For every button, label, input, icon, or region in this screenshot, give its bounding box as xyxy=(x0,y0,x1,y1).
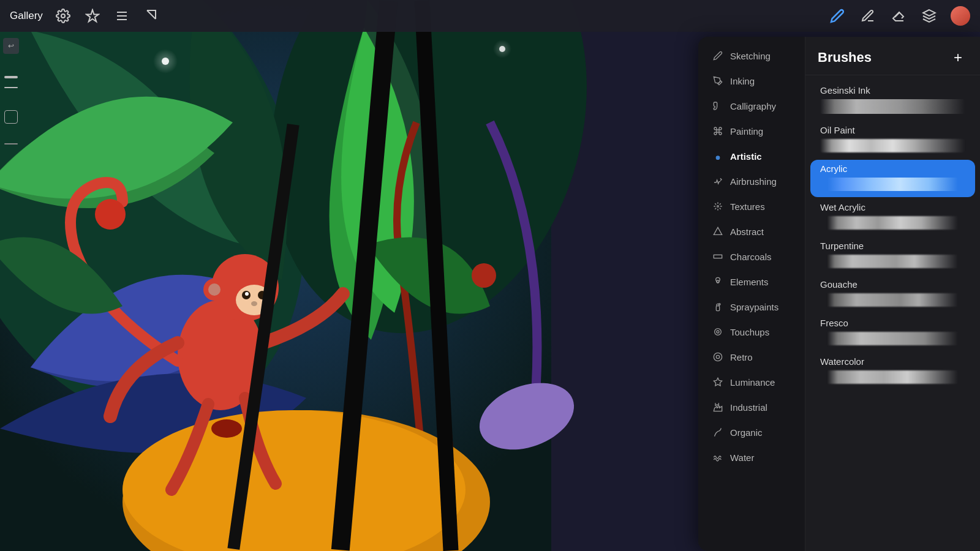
svg-point-35 xyxy=(717,206,719,208)
brush-size-small[interactable] xyxy=(4,87,18,88)
brush-item-fresco[interactable]: Fresco xyxy=(810,314,975,351)
sidebar-item-textures[interactable]: Textures xyxy=(702,194,801,219)
cat-label-retro: Retro xyxy=(730,352,753,362)
sidebar-item-organic[interactable]: Organic xyxy=(702,420,801,444)
brush-name-watercolor: Watercolor xyxy=(820,356,965,367)
brush-preview-fresco xyxy=(820,332,965,345)
sidebar-item-inking[interactable]: Inking xyxy=(702,69,801,93)
settings-tool[interactable] xyxy=(54,7,72,25)
sidebar-item-industrial[interactable]: Industrial xyxy=(702,395,801,419)
svg-point-24 xyxy=(251,301,257,306)
brush-item-watercolor[interactable]: Watercolor xyxy=(810,353,975,390)
svg-point-11 xyxy=(153,49,178,73)
brush-item-oil-paint[interactable]: Oil Paint xyxy=(810,121,975,159)
svg-rect-39 xyxy=(716,306,719,311)
svg-marker-6 xyxy=(923,10,935,16)
category-list: Sketching Inking Calligraphy Painting Ar… xyxy=(698,37,805,551)
cat-label-artistic: Artistic xyxy=(730,151,762,162)
sidebar-item-water[interactable]: Water xyxy=(702,445,801,470)
cat-icon-inking xyxy=(712,75,724,87)
layers-tool[interactable] xyxy=(920,7,938,25)
sidebar-item-luminance[interactable]: Luminance xyxy=(702,370,801,394)
cat-label-sketching: Sketching xyxy=(730,51,771,61)
svg-point-29 xyxy=(95,199,126,230)
brush-size-large[interactable] xyxy=(4,76,18,78)
cat-label-airbrushing: Airbrushing xyxy=(730,176,777,187)
sidebar-item-retro[interactable]: Retro xyxy=(702,345,801,369)
svg-point-38 xyxy=(717,280,719,283)
svg-marker-36 xyxy=(714,227,722,234)
cat-label-touchups: Touchups xyxy=(730,327,769,337)
brush-panel: Sketching Inking Calligraphy Painting Ar… xyxy=(698,37,980,551)
svg-point-43 xyxy=(714,353,722,361)
brush-item-turpentine[interactable]: Turpentine xyxy=(810,237,975,274)
brush-name-gesinski-ink: Gesinski Ink xyxy=(820,85,965,96)
brush-items-list: Gesinski Ink Oil Paint Acrylic Wet Acryl… xyxy=(805,75,980,551)
brush-name-gouache: Gouache xyxy=(820,279,965,290)
sidebar-item-spraypaints[interactable]: Spraypaints xyxy=(702,294,801,319)
brushes-title: Brushes xyxy=(818,50,872,66)
cat-icon-spraypaints xyxy=(712,301,724,313)
cat-icon-airbrushing xyxy=(712,175,724,187)
brush-preview-turpentine xyxy=(820,255,965,268)
adjustments-tool[interactable] xyxy=(83,7,102,25)
svg-point-40 xyxy=(718,304,720,305)
brush-item-wet-acrylic[interactable]: Wet Acrylic xyxy=(810,198,975,236)
brush-name-fresco: Fresco xyxy=(820,318,965,328)
pencil-tool[interactable] xyxy=(828,7,846,25)
smudge-tool[interactable] xyxy=(859,7,877,25)
brush-name-oil-paint: Oil Paint xyxy=(820,125,965,135)
cat-icon-luminance xyxy=(712,376,724,388)
transform-tool[interactable] xyxy=(142,7,160,25)
cat-icon-water xyxy=(712,451,724,463)
sidebar-item-sketching[interactable]: Sketching xyxy=(702,43,801,68)
svg-point-42 xyxy=(717,331,719,333)
undo-button[interactable]: ↩ xyxy=(3,38,19,54)
cat-icon-textures xyxy=(712,200,724,212)
cat-icon-artistic xyxy=(712,150,724,162)
selection-tool[interactable] xyxy=(113,7,131,25)
sidebar-item-airbrushing[interactable]: Airbrushing xyxy=(702,169,801,193)
svg-point-23 xyxy=(245,292,249,296)
brush-item-acrylic[interactable]: Acrylic xyxy=(810,160,975,197)
sidebar-item-charcoals[interactable]: Charcoals xyxy=(702,244,801,269)
sidebar-item-calligraphy[interactable]: Calligraphy xyxy=(702,94,801,118)
brush-preview-acrylic xyxy=(820,178,965,191)
opacity-slider[interactable] xyxy=(4,143,18,144)
cat-icon-charcoals xyxy=(712,250,724,263)
svg-point-41 xyxy=(715,329,722,335)
sidebar-item-artistic[interactable]: Artistic xyxy=(702,144,801,168)
cat-label-calligraphy: Calligraphy xyxy=(730,101,776,111)
brush-preview-oil-paint xyxy=(820,139,965,152)
sidebar-item-touchups[interactable]: Touchups xyxy=(702,320,801,344)
svg-point-34 xyxy=(716,156,720,160)
svg-line-4 xyxy=(147,10,156,19)
svg-point-44 xyxy=(716,355,719,358)
cat-label-inking: Inking xyxy=(730,76,755,86)
add-brush-button[interactable]: + xyxy=(948,48,968,67)
brush-header: Brushes + xyxy=(805,37,980,75)
user-avatar[interactable] xyxy=(951,6,970,26)
cat-icon-sketching xyxy=(712,50,724,62)
gallery-button[interactable]: Gallery xyxy=(10,10,43,22)
cat-icon-industrial xyxy=(712,401,724,413)
cat-label-elements: Elements xyxy=(730,277,769,287)
left-sidebar: ↩ xyxy=(0,32,22,551)
eraser-tool[interactable] xyxy=(889,7,908,25)
cat-label-water: Water xyxy=(730,452,754,463)
sidebar-item-elements[interactable]: Elements xyxy=(702,269,801,294)
brush-name-acrylic: Acrylic xyxy=(820,163,965,174)
svg-marker-45 xyxy=(714,378,722,386)
brush-preview-gouache xyxy=(820,293,965,307)
topbar-right xyxy=(828,6,970,26)
cat-icon-retro xyxy=(712,351,724,363)
sidebar-item-abstract[interactable]: Abstract xyxy=(702,219,801,244)
brush-item-gesinski-ink[interactable]: Gesinski Ink xyxy=(810,81,975,120)
cat-label-industrial: Industrial xyxy=(730,402,767,413)
cat-icon-touchups xyxy=(712,326,724,338)
square-select-tool[interactable] xyxy=(4,110,18,124)
svg-point-0 xyxy=(61,14,65,18)
sidebar-item-painting[interactable]: Painting xyxy=(702,119,801,143)
brush-item-gouache[interactable]: Gouache xyxy=(810,276,975,313)
svg-point-30 xyxy=(472,263,496,288)
